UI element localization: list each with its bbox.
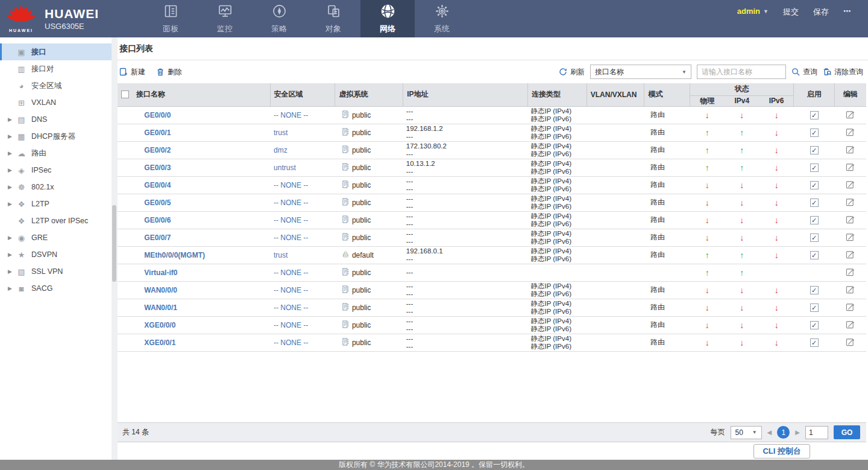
next-page-icon[interactable]: ▶	[795, 429, 800, 436]
edit-icon[interactable]	[846, 217, 855, 226]
sidebar-item-dns[interactable]: ▶▤DNS	[0, 111, 112, 128]
delete-button[interactable]: 删除	[156, 67, 182, 77]
security-zone-link[interactable]: dmz	[274, 146, 288, 154]
sidebar-item-interface[interactable]: ▶▣接口	[0, 43, 112, 60]
edit-icon[interactable]	[846, 130, 855, 138]
expand-arrow-icon[interactable]: ▶	[8, 116, 14, 122]
enable-checkbox[interactable]: ✓	[810, 233, 819, 242]
interface-name-link[interactable]: WAN0/0/0	[144, 286, 177, 294]
security-zone-link[interactable]: -- NONE --	[274, 198, 308, 207]
edit-icon[interactable]	[846, 270, 855, 278]
search-input[interactable]	[697, 65, 786, 79]
scrollbar-thumb[interactable]	[112, 205, 116, 282]
edit-icon[interactable]	[846, 252, 855, 261]
interface-name-link[interactable]: WAN0/0/1	[144, 303, 177, 312]
nav-item-monitor[interactable]: 监控	[198, 0, 252, 37]
sidebar-item-gre[interactable]: ▶◉GRE	[0, 229, 112, 246]
sidebar-item-security-zone[interactable]: ▶◕安全区域	[0, 77, 112, 94]
sidebar-item-interface-pair[interactable]: ▶▥接口对	[0, 60, 112, 77]
sidebar-item-dhcp-server[interactable]: ▶▦DHCP服务器	[0, 128, 112, 145]
filter-field-select[interactable]: 接口名称 ▼	[590, 65, 691, 79]
cli-console-button[interactable]: CLI 控制台	[753, 444, 810, 459]
commit-button[interactable]: 提交	[783, 7, 799, 17]
nav-item-policy[interactable]: 策略	[252, 0, 306, 37]
nav-item-system[interactable]: 系统	[415, 0, 469, 37]
security-zone-link[interactable]: trust	[274, 129, 288, 137]
enable-checkbox[interactable]: ✓	[810, 198, 819, 207]
sidebar-item-ipsec[interactable]: ▶◈IPSec	[0, 162, 112, 179]
goto-page-input[interactable]	[805, 426, 828, 439]
security-zone-link[interactable]: -- NONE --	[274, 303, 308, 312]
expand-arrow-icon[interactable]: ▶	[8, 235, 14, 241]
security-zone-link[interactable]: -- NONE --	[274, 268, 308, 277]
interface-name-link[interactable]: GE0/0/0	[144, 111, 171, 119]
edit-icon[interactable]	[846, 147, 855, 156]
enable-checkbox[interactable]: ✓	[810, 251, 819, 259]
security-zone-link[interactable]: trust	[274, 251, 288, 259]
interface-name-link[interactable]: GE0/0/3	[144, 164, 171, 172]
new-button[interactable]: 新建	[119, 67, 145, 77]
sidebar-item-sacg[interactable]: ▶◙SACG	[0, 280, 112, 297]
sidebar-item-route[interactable]: ▶☁路由	[0, 145, 112, 162]
security-zone-link[interactable]: -- NONE --	[274, 286, 308, 294]
expand-arrow-icon[interactable]: ▶	[8, 184, 14, 190]
prev-page-icon[interactable]: ◀	[767, 429, 772, 436]
expand-arrow-icon[interactable]: ▶	[8, 268, 14, 275]
security-zone-link[interactable]: -- NONE --	[274, 321, 308, 329]
interface-name-link[interactable]: XGE0/0/1	[144, 338, 175, 347]
interface-name-link[interactable]: XGE0/0/0	[144, 321, 175, 329]
enable-checkbox[interactable]: ✓	[810, 286, 819, 294]
enable-checkbox[interactable]: ✓	[810, 146, 819, 154]
enable-checkbox[interactable]: ✓	[810, 216, 819, 224]
expand-arrow-icon[interactable]: ▶	[8, 201, 14, 207]
edit-icon[interactable]	[846, 235, 855, 243]
sidebar-item-dot1x[interactable]: ▶☸802.1x	[0, 179, 112, 195]
security-zone-link[interactable]: -- NONE --	[274, 233, 308, 242]
security-zone-link[interactable]: untrust	[274, 164, 296, 172]
query-button[interactable]: 查询	[791, 67, 817, 77]
enable-checkbox[interactable]: ✓	[810, 164, 819, 172]
security-zone-link[interactable]: -- NONE --	[274, 338, 308, 347]
clear-query-button[interactable]: 清除查询	[823, 67, 863, 77]
enable-checkbox[interactable]: ✓	[810, 303, 819, 312]
interface-name-link[interactable]: GE0/0/4	[144, 181, 171, 189]
save-button[interactable]: 保存	[813, 7, 829, 17]
security-zone-link[interactable]: -- NONE --	[274, 111, 308, 119]
enable-checkbox[interactable]: ✓	[810, 129, 819, 137]
refresh-button[interactable]: 刷新	[559, 67, 585, 77]
edit-icon[interactable]	[846, 165, 855, 173]
edit-icon[interactable]	[846, 200, 855, 208]
interface-name-link[interactable]: Virtual-if0	[144, 268, 177, 277]
expand-arrow-icon[interactable]: ▶	[8, 150, 14, 156]
security-zone-link[interactable]: -- NONE --	[274, 216, 308, 224]
edit-icon[interactable]	[846, 322, 855, 331]
edit-icon[interactable]	[846, 340, 855, 348]
nav-item-dashboard[interactable]: 面板	[143, 0, 198, 37]
expand-arrow-icon[interactable]: ▶	[8, 285, 14, 291]
sidebar-item-ssl-vpn[interactable]: ▶▧SSL VPN	[0, 263, 112, 280]
sidebar-scrollbar[interactable]: ◄	[112, 37, 118, 460]
edit-icon[interactable]	[846, 287, 855, 296]
edit-icon[interactable]	[846, 182, 855, 191]
enable-checkbox[interactable]: ✓	[810, 338, 819, 347]
enable-checkbox[interactable]: ✓	[810, 181, 819, 189]
interface-name-link[interactable]: GE0/0/6	[144, 216, 171, 224]
select-all-checkbox[interactable]	[121, 91, 129, 98]
more-menu-icon[interactable]: ⋯	[843, 7, 852, 16]
interface-name-link[interactable]: GE0/0/2	[144, 146, 171, 154]
security-zone-link[interactable]: -- NONE --	[274, 181, 308, 189]
enable-checkbox[interactable]: ✓	[810, 111, 819, 119]
expand-arrow-icon[interactable]: ▶	[8, 133, 14, 139]
interface-name-link[interactable]: GE0/0/5	[144, 198, 171, 207]
edit-icon[interactable]	[846, 305, 855, 313]
sidebar-item-vxlan[interactable]: ▶⊞VXLAN	[0, 94, 112, 111]
nav-item-network[interactable]: 网络	[360, 0, 415, 37]
sidebar-item-dsvpn[interactable]: ▶★DSVPN	[0, 246, 112, 263]
expand-arrow-icon[interactable]: ▶	[8, 167, 14, 173]
sidebar-item-l2tp[interactable]: ▶❖L2TP	[0, 195, 112, 212]
edit-icon[interactable]	[846, 112, 855, 121]
interface-name-link[interactable]: MEth0/0/0(MGMT)	[144, 251, 205, 259]
interface-name-link[interactable]: GE0/0/7	[144, 233, 171, 242]
admin-user-menu[interactable]: admin ▼	[737, 7, 769, 16]
enable-checkbox[interactable]: ✓	[810, 321, 819, 329]
